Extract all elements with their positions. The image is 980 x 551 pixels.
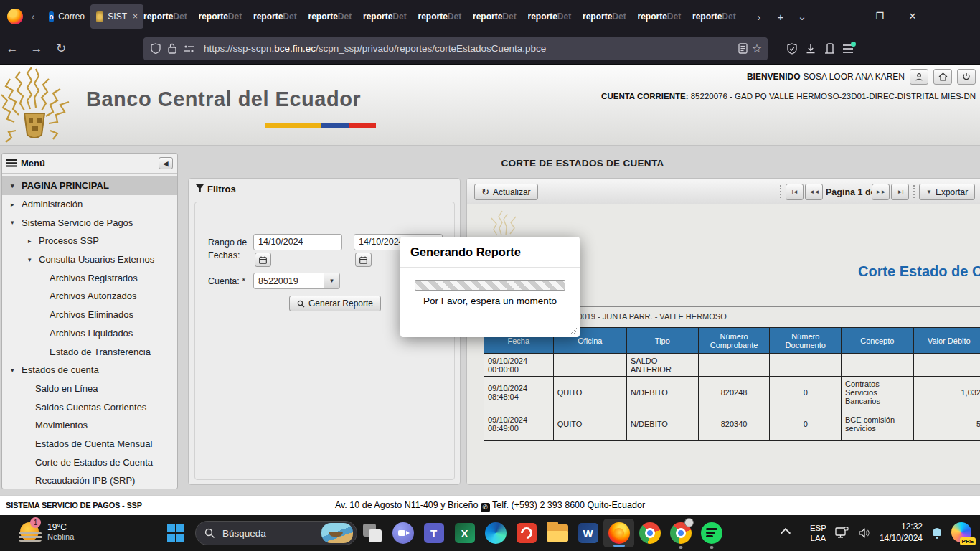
update-dot-badge: [851, 42, 856, 47]
url-text[interactable]: https://ssp-scpn.bce.fin.ec/scpn_ssp/pri…: [204, 43, 731, 54]
next-page-button[interactable]: ►►: [872, 184, 890, 200]
home-button[interactable]: [933, 69, 952, 85]
last-page-button[interactable]: ►I: [891, 184, 909, 200]
shield-icon[interactable]: [151, 43, 161, 54]
language-indicator[interactable]: ESPLAA: [810, 523, 826, 544]
reader-mode-icon[interactable]: [738, 43, 748, 54]
menu-item[interactable]: Archivos Eliminados: [2, 306, 177, 324]
tray-chevron-up-icon[interactable]: [781, 527, 791, 537]
weather-widget[interactable]: 1 19°C Neblina: [19, 520, 74, 543]
pdf-app-icon[interactable]: [511, 516, 542, 550]
tab-reporte[interactable]: reporteDet: [308, 0, 364, 33]
profile-button[interactable]: [910, 69, 928, 85]
menu-item[interactable]: Recaudación IPB (SRP): [2, 471, 177, 490]
tab-reporte[interactable]: reporteDet: [638, 0, 693, 33]
sidebar-send-icon[interactable]: [824, 43, 835, 55]
tab-reporte[interactable]: reporteDet: [583, 0, 638, 33]
window-close-button[interactable]: ✕: [896, 0, 929, 33]
menu-item[interactable]: Saldo en Línea: [2, 380, 177, 398]
chevron-down-icon[interactable]: ▾: [324, 273, 339, 288]
reload-button[interactable]: ↻: [49, 41, 73, 56]
refresh-button[interactable]: ↻ Actualizar: [474, 184, 538, 200]
chat-app-icon[interactable]: [387, 516, 418, 550]
url-bar[interactable]: https://ssp-scpn.bce.fin.ec/scpn_ssp/pri…: [143, 37, 768, 60]
menu-collapse-button[interactable]: ◀: [159, 157, 173, 169]
menu-item[interactable]: ▸Procesos SSP: [2, 232, 177, 250]
date-from-input[interactable]: 14/10/2024: [253, 234, 342, 250]
menu-item[interactable]: ▾Consulta Usuarios Externos: [2, 250, 177, 269]
table-cell: 5: [913, 408, 980, 441]
first-page-button[interactable]: I◄: [786, 184, 804, 200]
tab-reporte[interactable]: reporteDet: [363, 0, 418, 33]
excel-icon[interactable]: X: [449, 516, 480, 550]
start-button[interactable]: [167, 524, 184, 542]
menu-item[interactable]: Archivos Autorizados: [2, 287, 177, 306]
account-combobox[interactable]: 85220019 ▾: [253, 273, 340, 289]
date-from-calendar-button[interactable]: [255, 253, 271, 267]
bce-watermark-icon: [489, 208, 520, 237]
permissions-icon[interactable]: [184, 44, 195, 53]
tab-scroll-left-icon[interactable]: ‹: [23, 11, 43, 22]
network-icon[interactable]: [835, 527, 849, 540]
menu-item[interactable]: ▾Sistema Servicio de Pagos: [2, 213, 177, 232]
bookmark-star-icon[interactable]: ☆: [752, 42, 762, 55]
edge-icon[interactable]: [480, 516, 511, 550]
copilot-icon[interactable]: PRE: [951, 522, 973, 544]
menu-item[interactable]: Movimientos: [2, 416, 177, 435]
taskbar-search[interactable]: Búsqueda: [195, 521, 357, 545]
volume-icon[interactable]: [858, 527, 871, 539]
tab-reporte[interactable]: reporteDet: [528, 0, 583, 33]
menu-item[interactable]: ▾Estados de cuenta: [2, 361, 177, 380]
window-minimize-button[interactable]: –: [830, 0, 863, 33]
account-combobox-value: 85220019: [254, 276, 324, 286]
window-maximize-button[interactable]: ❐: [863, 0, 896, 33]
chrome-profile-icon[interactable]: [665, 516, 696, 550]
menu-item[interactable]: ▾PAGINA PRINCIPAL: [2, 176, 177, 195]
menu-item[interactable]: ▸Administración: [2, 195, 177, 214]
export-button[interactable]: ▼ Exportar: [919, 184, 975, 200]
tab-reporte[interactable]: reporteDet: [692, 0, 748, 33]
word-icon[interactable]: W: [573, 516, 603, 550]
search-icon: [297, 300, 305, 308]
resize-grip-icon[interactable]: [570, 328, 577, 334]
file-explorer-icon[interactable]: [542, 516, 573, 550]
lock-icon[interactable]: [168, 43, 176, 54]
forward-button[interactable]: →: [24, 42, 49, 56]
tab-scroll-right-icon[interactable]: ›: [750, 11, 768, 23]
menu-item[interactable]: Saldos Cuentas Corrientes: [2, 397, 177, 416]
table-cell: 0: [770, 408, 842, 441]
download-icon[interactable]: [805, 43, 816, 55]
logout-button[interactable]: [957, 69, 976, 85]
generate-report-button[interactable]: Generar Reporte: [289, 296, 381, 311]
tab-correo[interactable]: o Correo: [43, 4, 90, 29]
menu-item[interactable]: Corte de Estados de Cuenta: [2, 453, 177, 471]
new-tab-button[interactable]: +: [771, 11, 790, 23]
firefox-taskbar-icon[interactable]: [603, 519, 634, 547]
clock[interactable]: 12:32 14/10/2024: [880, 522, 923, 544]
menu-item[interactable]: Estado de Transferencia: [2, 342, 177, 361]
tab-reporte[interactable]: reporteDet: [253, 0, 308, 33]
tab-reporte[interactable]: reporteDet: [473, 0, 528, 33]
spotify-icon[interactable]: [696, 516, 727, 550]
table-header-cell: Número Documento: [770, 328, 842, 354]
task-view-button[interactable]: [357, 516, 387, 550]
progress-bar: [415, 280, 565, 291]
menu-item[interactable]: Archivos Registrados: [2, 268, 177, 287]
prev-page-button[interactable]: ◄◄: [805, 184, 823, 200]
tab-active-sistema[interactable]: SIST ×: [90, 4, 143, 29]
tab-close-icon[interactable]: ×: [133, 11, 138, 22]
tab-reporte[interactable]: reporteDet: [418, 0, 473, 33]
menu-item[interactable]: Estados de Cuenta Mensual: [2, 435, 177, 453]
list-tabs-icon[interactable]: ⌄: [793, 10, 811, 23]
tab-reporte[interactable]: reporteDet: [143, 0, 199, 33]
shield-check-icon[interactable]: [786, 43, 798, 55]
dialog-divider: [400, 267, 580, 268]
chrome-icon[interactable]: [634, 516, 665, 550]
date-to-calendar-button[interactable]: [355, 253, 372, 267]
search-highlight-image[interactable]: [321, 523, 353, 543]
notification-bell-icon[interactable]: [931, 527, 943, 539]
back-button[interactable]: ←: [0, 42, 24, 56]
tab-reporte[interactable]: reporteDet: [199, 0, 254, 33]
teams-icon[interactable]: T: [418, 516, 449, 550]
menu-item[interactable]: Archivos Liquidados: [2, 324, 177, 343]
